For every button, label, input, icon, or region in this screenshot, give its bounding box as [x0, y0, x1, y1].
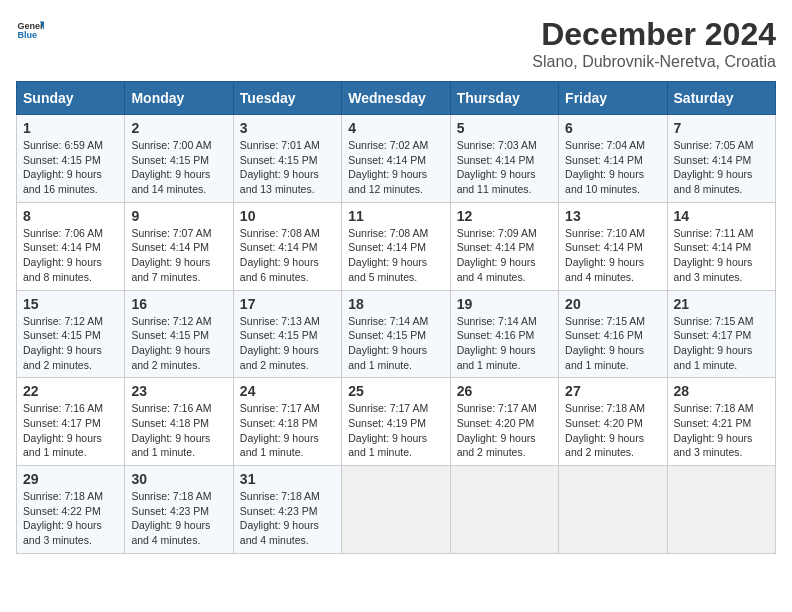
- calendar-cell: 16 Sunrise: 7:12 AM Sunset: 4:15 PM Dayl…: [125, 290, 233, 378]
- sunset-text: Sunset: 4:16 PM: [565, 329, 643, 341]
- daylight-text: Daylight: 9 hours and 3 minutes.: [674, 256, 753, 283]
- cell-info: Sunrise: 7:16 AM Sunset: 4:17 PM Dayligh…: [23, 401, 118, 460]
- sunset-text: Sunset: 4:15 PM: [131, 329, 209, 341]
- calendar-cell: 13 Sunrise: 7:10 AM Sunset: 4:14 PM Dayl…: [559, 202, 667, 290]
- cell-info: Sunrise: 7:13 AM Sunset: 4:15 PM Dayligh…: [240, 314, 335, 373]
- sunset-text: Sunset: 4:14 PM: [348, 154, 426, 166]
- day-number: 20: [565, 296, 660, 312]
- calendar-cell: 2 Sunrise: 7:00 AM Sunset: 4:15 PM Dayli…: [125, 115, 233, 203]
- day-number: 12: [457, 208, 552, 224]
- sunrise-text: Sunrise: 7:13 AM: [240, 315, 320, 327]
- day-number: 18: [348, 296, 443, 312]
- sunrise-text: Sunrise: 7:15 AM: [565, 315, 645, 327]
- calendar-cell: [342, 466, 450, 554]
- day-number: 2: [131, 120, 226, 136]
- calendar-cell: 26 Sunrise: 7:17 AM Sunset: 4:20 PM Dayl…: [450, 378, 558, 466]
- day-number: 17: [240, 296, 335, 312]
- daylight-text: Daylight: 9 hours and 2 minutes.: [131, 344, 210, 371]
- cell-info: Sunrise: 7:11 AM Sunset: 4:14 PM Dayligh…: [674, 226, 769, 285]
- sunset-text: Sunset: 4:23 PM: [240, 505, 318, 517]
- daylight-text: Daylight: 9 hours and 6 minutes.: [240, 256, 319, 283]
- day-number: 16: [131, 296, 226, 312]
- svg-text:General: General: [17, 21, 44, 31]
- cell-info: Sunrise: 6:59 AM Sunset: 4:15 PM Dayligh…: [23, 138, 118, 197]
- day-number: 14: [674, 208, 769, 224]
- main-title: December 2024: [532, 16, 776, 53]
- sunset-text: Sunset: 4:20 PM: [457, 417, 535, 429]
- day-number: 4: [348, 120, 443, 136]
- sunset-text: Sunset: 4:14 PM: [131, 241, 209, 253]
- logo: General Blue: [16, 16, 44, 44]
- sunrise-text: Sunrise: 7:16 AM: [23, 402, 103, 414]
- cell-info: Sunrise: 7:09 AM Sunset: 4:14 PM Dayligh…: [457, 226, 552, 285]
- cell-info: Sunrise: 7:18 AM Sunset: 4:21 PM Dayligh…: [674, 401, 769, 460]
- day-number: 23: [131, 383, 226, 399]
- calendar-cell: 27 Sunrise: 7:18 AM Sunset: 4:20 PM Dayl…: [559, 378, 667, 466]
- day-number: 21: [674, 296, 769, 312]
- day-number: 30: [131, 471, 226, 487]
- day-number: 8: [23, 208, 118, 224]
- cell-info: Sunrise: 7:08 AM Sunset: 4:14 PM Dayligh…: [240, 226, 335, 285]
- day-number: 9: [131, 208, 226, 224]
- sunrise-text: Sunrise: 7:18 AM: [240, 490, 320, 502]
- day-number: 7: [674, 120, 769, 136]
- daylight-text: Daylight: 9 hours and 8 minutes.: [674, 168, 753, 195]
- daylight-text: Daylight: 9 hours and 16 minutes.: [23, 168, 102, 195]
- day-number: 10: [240, 208, 335, 224]
- daylight-text: Daylight: 9 hours and 3 minutes.: [674, 432, 753, 459]
- cell-info: Sunrise: 7:17 AM Sunset: 4:18 PM Dayligh…: [240, 401, 335, 460]
- sunset-text: Sunset: 4:14 PM: [674, 154, 752, 166]
- day-number: 25: [348, 383, 443, 399]
- calendar-cell: 11 Sunrise: 7:08 AM Sunset: 4:14 PM Dayl…: [342, 202, 450, 290]
- cell-info: Sunrise: 7:14 AM Sunset: 4:16 PM Dayligh…: [457, 314, 552, 373]
- calendar-cell: [667, 466, 775, 554]
- cell-info: Sunrise: 7:16 AM Sunset: 4:18 PM Dayligh…: [131, 401, 226, 460]
- daylight-text: Daylight: 9 hours and 4 minutes.: [131, 519, 210, 546]
- calendar-cell: 9 Sunrise: 7:07 AM Sunset: 4:14 PM Dayli…: [125, 202, 233, 290]
- cell-info: Sunrise: 7:10 AM Sunset: 4:14 PM Dayligh…: [565, 226, 660, 285]
- sunset-text: Sunset: 4:15 PM: [23, 154, 101, 166]
- daylight-text: Daylight: 9 hours and 1 minute.: [240, 432, 319, 459]
- col-header-thursday: Thursday: [450, 82, 558, 115]
- daylight-text: Daylight: 9 hours and 1 minute.: [131, 432, 210, 459]
- sunrise-text: Sunrise: 7:10 AM: [565, 227, 645, 239]
- calendar-cell: 24 Sunrise: 7:17 AM Sunset: 4:18 PM Dayl…: [233, 378, 341, 466]
- sunset-text: Sunset: 4:21 PM: [674, 417, 752, 429]
- daylight-text: Daylight: 9 hours and 4 minutes.: [457, 256, 536, 283]
- sunset-text: Sunset: 4:16 PM: [457, 329, 535, 341]
- sunset-text: Sunset: 4:14 PM: [565, 241, 643, 253]
- sunrise-text: Sunrise: 7:09 AM: [457, 227, 537, 239]
- cell-info: Sunrise: 7:03 AM Sunset: 4:14 PM Dayligh…: [457, 138, 552, 197]
- sunrise-text: Sunrise: 7:08 AM: [348, 227, 428, 239]
- col-header-tuesday: Tuesday: [233, 82, 341, 115]
- calendar-cell: 1 Sunrise: 6:59 AM Sunset: 4:15 PM Dayli…: [17, 115, 125, 203]
- cell-info: Sunrise: 7:18 AM Sunset: 4:22 PM Dayligh…: [23, 489, 118, 548]
- sunset-text: Sunset: 4:14 PM: [565, 154, 643, 166]
- daylight-text: Daylight: 9 hours and 14 minutes.: [131, 168, 210, 195]
- col-header-wednesday: Wednesday: [342, 82, 450, 115]
- cell-info: Sunrise: 7:15 AM Sunset: 4:16 PM Dayligh…: [565, 314, 660, 373]
- sunset-text: Sunset: 4:14 PM: [674, 241, 752, 253]
- calendar-cell: 17 Sunrise: 7:13 AM Sunset: 4:15 PM Dayl…: [233, 290, 341, 378]
- daylight-text: Daylight: 9 hours and 5 minutes.: [348, 256, 427, 283]
- sunrise-text: Sunrise: 7:01 AM: [240, 139, 320, 151]
- sunrise-text: Sunrise: 7:17 AM: [240, 402, 320, 414]
- day-number: 15: [23, 296, 118, 312]
- cell-info: Sunrise: 7:18 AM Sunset: 4:20 PM Dayligh…: [565, 401, 660, 460]
- daylight-text: Daylight: 9 hours and 13 minutes.: [240, 168, 319, 195]
- daylight-text: Daylight: 9 hours and 4 minutes.: [240, 519, 319, 546]
- sunrise-text: Sunrise: 7:02 AM: [348, 139, 428, 151]
- sunset-text: Sunset: 4:19 PM: [348, 417, 426, 429]
- cell-info: Sunrise: 7:08 AM Sunset: 4:14 PM Dayligh…: [348, 226, 443, 285]
- sunrise-text: Sunrise: 7:06 AM: [23, 227, 103, 239]
- calendar-cell: 6 Sunrise: 7:04 AM Sunset: 4:14 PM Dayli…: [559, 115, 667, 203]
- calendar-cell: 20 Sunrise: 7:15 AM Sunset: 4:16 PM Dayl…: [559, 290, 667, 378]
- sunrise-text: Sunrise: 7:08 AM: [240, 227, 320, 239]
- sunrise-text: Sunrise: 7:12 AM: [23, 315, 103, 327]
- daylight-text: Daylight: 9 hours and 2 minutes.: [457, 432, 536, 459]
- sunrise-text: Sunrise: 7:14 AM: [348, 315, 428, 327]
- sunset-text: Sunset: 4:18 PM: [131, 417, 209, 429]
- sunset-text: Sunset: 4:14 PM: [240, 241, 318, 253]
- sunset-text: Sunset: 4:15 PM: [240, 329, 318, 341]
- calendar-cell: 3 Sunrise: 7:01 AM Sunset: 4:15 PM Dayli…: [233, 115, 341, 203]
